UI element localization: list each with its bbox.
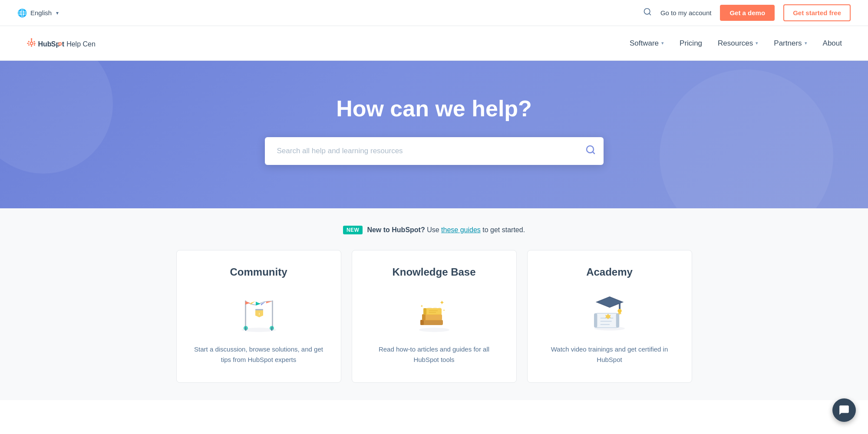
svg-marker-27 [256, 302, 261, 306]
top-bar-actions: Go to my account Get a demo Get started … [643, 4, 851, 21]
top-search-button[interactable] [643, 7, 652, 18]
academy-title: Academy [586, 266, 633, 278]
svg-rect-30 [255, 309, 263, 310]
new-badge: NEW [343, 226, 363, 234]
svg-point-13 [31, 38, 32, 39]
svg-rect-10 [28, 44, 30, 46]
community-card[interactable]: Community [176, 250, 341, 383]
nav-item-partners[interactable]: Partners ▾ [774, 39, 807, 48]
hero-title: How can we help? [17, 95, 851, 122]
svg-rect-9 [33, 40, 35, 42]
svg-rect-4 [31, 40, 32, 42]
hero-search-input[interactable] [265, 137, 604, 165]
globe-icon: 🌐 [17, 8, 27, 18]
svg-rect-8 [28, 40, 30, 42]
language-chevron-icon: ▾ [56, 10, 59, 16]
kb-icon: ✦ ✦ ✦ [408, 290, 460, 334]
svg-text:✦: ✦ [443, 309, 445, 312]
svg-text:Hub: Hub [38, 40, 51, 47]
community-icon: ! [233, 290, 285, 334]
new-banner: NEW New to HubSpot? Use these guides to … [26, 226, 842, 234]
academy-description: Watch video trainings and get certified … [545, 344, 674, 365]
kb-title: Knowledge Base [392, 266, 475, 278]
top-bar: 🌐 English ▾ Go to my account Get a demo … [0, 0, 868, 26]
community-title: Community [230, 266, 287, 278]
hero-section: How can we help? [0, 61, 868, 208]
svg-rect-36 [271, 327, 272, 331]
svg-text:✦: ✦ [420, 304, 423, 308]
new-text-bold: New to HubSpot? [367, 226, 425, 233]
kb-description: Read how-to articles and guides for all … [370, 344, 499, 365]
svg-rect-35 [245, 327, 246, 331]
svg-marker-64 [597, 297, 621, 306]
logo[interactable]: Hub Sp t Help Center [26, 34, 96, 53]
guides-link[interactable]: these guides [441, 226, 481, 233]
svg-text:Help Center: Help Center [66, 40, 96, 47]
nav-item-software[interactable]: Software ▾ [630, 39, 664, 48]
svg-point-37 [419, 328, 449, 332]
hero-search-button[interactable] [585, 145, 596, 158]
main-nav: Hub Sp t Help Center Software ▾ Pricing … [0, 26, 868, 61]
svg-rect-43 [423, 308, 426, 315]
knowledge-base-card[interactable]: Knowledge Base [352, 250, 517, 383]
language-label: English [30, 9, 52, 16]
svg-text:✦: ✦ [439, 299, 445, 306]
svg-point-3 [31, 43, 33, 44]
academy-card[interactable]: Academy [527, 250, 692, 383]
nav-item-pricing[interactable]: Pricing [680, 39, 702, 48]
svg-rect-6 [27, 43, 29, 43]
nav-item-resources[interactable]: Resources ▾ [718, 39, 758, 48]
get-demo-button[interactable]: Get a demo [720, 5, 775, 21]
nav-links: Software ▾ Pricing Resources ▾ Partners … [630, 39, 842, 48]
nav-item-about[interactable]: About [823, 39, 842, 48]
svg-rect-53 [616, 313, 619, 327]
go-to-account-button[interactable]: Go to my account [660, 9, 712, 16]
svg-rect-52 [594, 313, 597, 327]
resources-chevron-icon: ▾ [756, 40, 758, 46]
svg-rect-11 [33, 44, 35, 46]
svg-rect-5 [31, 45, 32, 47]
community-description: Start a discussion, browse solutions, an… [194, 344, 323, 365]
content-section: NEW New to HubSpot? Use these guides to … [0, 208, 868, 400]
svg-rect-41 [422, 314, 426, 320]
svg-rect-39 [420, 320, 424, 325]
get-started-button[interactable]: Get started free [783, 4, 851, 21]
svg-rect-24 [272, 300, 273, 329]
svg-text:t: t [62, 40, 65, 47]
new-text-use: Use [427, 226, 441, 233]
partners-chevron-icon: ▾ [805, 40, 807, 46]
cards-row: Community [174, 250, 695, 383]
svg-marker-25 [245, 301, 250, 305]
svg-point-17 [59, 43, 61, 45]
search-bar-wrapper [265, 137, 604, 165]
new-text-end: to get started. [482, 226, 525, 233]
svg-line-21 [592, 152, 594, 154]
language-selector[interactable]: 🌐 English ▾ [17, 8, 59, 18]
software-chevron-icon: ▾ [661, 40, 664, 46]
svg-rect-7 [34, 43, 36, 43]
academy-icon [584, 290, 636, 334]
svg-text:!: ! [258, 312, 260, 316]
svg-line-1 [649, 13, 651, 15]
